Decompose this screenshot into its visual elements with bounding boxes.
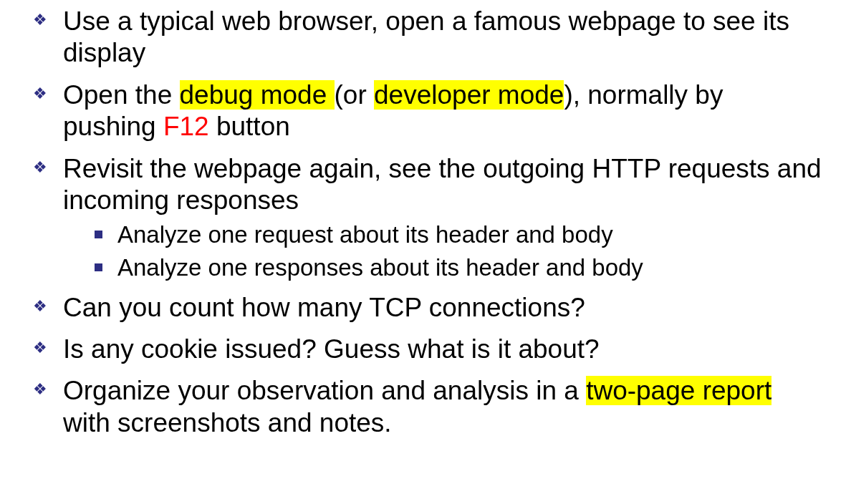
- bullet-text: Organize your observation and analysis i…: [63, 376, 771, 437]
- sub-bullet-item: Analyze one responses about its header a…: [92, 253, 822, 282]
- slide-content: Use a typical web browser, open a famous…: [0, 0, 851, 504]
- sub-bullet-list: Analyze one request about its header and…: [92, 220, 822, 281]
- bullet-item: Is any cookie issued? Guess what is it a…: [29, 334, 822, 365]
- highlighted-text: two-page report: [586, 376, 771, 405]
- text-segment: (or: [335, 80, 375, 110]
- bullet-text: Can you count how many TCP connections?: [63, 293, 585, 322]
- bullet-text: Revisit the webpage again, see the outgo…: [63, 154, 822, 215]
- bullet-list: Use a typical web browser, open a famous…: [29, 6, 822, 439]
- bullet-item: Use a typical web browser, open a famous…: [29, 6, 822, 69]
- text-segment: Open the: [63, 80, 180, 110]
- red-text: F12: [163, 112, 209, 141]
- bullet-item: Open the debug mode (or developer mode),…: [29, 79, 822, 143]
- highlighted-text: developer mode: [374, 80, 564, 110]
- sub-bullet-text: Analyze one request about its header and…: [117, 221, 613, 248]
- bullet-item: Revisit the webpage again, see the outgo…: [29, 153, 822, 282]
- highlighted-text: debug mode: [180, 80, 335, 110]
- text-segment: Analyze one responses about its header a…: [117, 254, 643, 281]
- text-segment: Analyze one request about its header and…: [117, 221, 613, 248]
- text-segment: button: [209, 112, 290, 141]
- bullet-item: Can you count how many TCP connections?: [29, 292, 822, 324]
- sub-bullet-item: Analyze one request about its header and…: [92, 220, 822, 249]
- text-segment: Can you count how many TCP connections?: [63, 293, 585, 322]
- sub-bullet-text: Analyze one responses about its header a…: [117, 254, 643, 281]
- bullet-text: Open the debug mode (or developer mode),…: [63, 80, 723, 141]
- bullet-text: Use a typical web browser, open a famous…: [63, 6, 789, 67]
- text-segment: Is any cookie issued? Guess what is it a…: [63, 334, 600, 364]
- bullet-item: Organize your observation and analysis i…: [29, 375, 822, 439]
- text-segment: with screenshots and notes.: [63, 408, 392, 437]
- text-segment: Use a typical web browser, open a famous…: [63, 6, 789, 67]
- text-segment: Revisit the webpage again, see the outgo…: [63, 154, 822, 215]
- text-segment: Organize your observation and analysis i…: [63, 376, 586, 405]
- bullet-text: Is any cookie issued? Guess what is it a…: [63, 334, 600, 364]
